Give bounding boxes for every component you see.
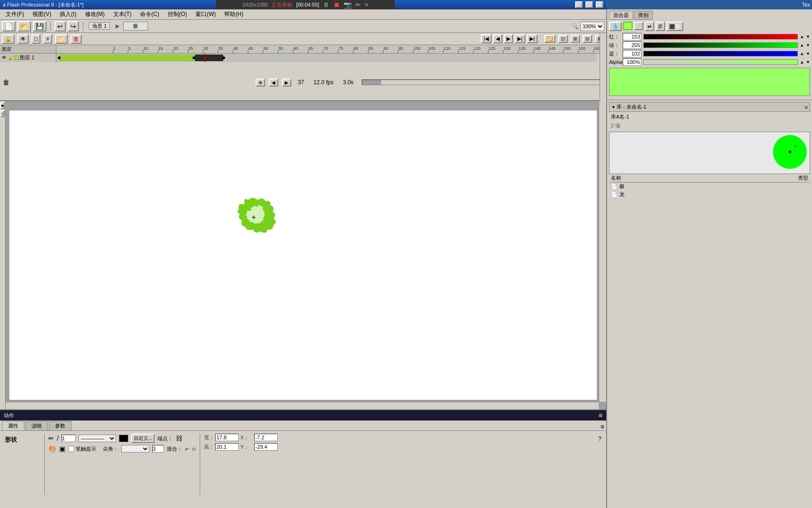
green-scroll-up[interactable]: ▲ (800, 43, 804, 48)
green-slider[interactable] (643, 42, 798, 48)
tab-filters[interactable]: 滤镜 (25, 421, 48, 430)
green-scroll-dn[interactable]: ▼ (806, 43, 810, 48)
fill-type-select[interactable] (121, 445, 149, 452)
layer-visibility-icon[interactable]: 👁 (2, 55, 7, 60)
eyedropper-icon[interactable]: 💧 (609, 22, 622, 31)
library-options-icon[interactable]: ≡ (805, 104, 808, 110)
edit-multiple-frames-button[interactable]: ⊟ (583, 35, 592, 43)
x-input[interactable] (254, 434, 278, 441)
default-colors-icon[interactable]: ⬛⬜ (666, 22, 683, 31)
onion-fwd-button[interactable]: ▶ (282, 79, 291, 87)
menu-view[interactable]: 视图(V) (29, 9, 55, 19)
onion-skin-button[interactable]: ⊡ (558, 35, 568, 43)
alpha-scroll-up[interactable]: ▲ (800, 60, 804, 64)
height-input[interactable] (215, 443, 239, 451)
panel-options-icon[interactable]: ≡ (599, 412, 602, 419)
onion-skin-outline-button[interactable]: ⊞ (570, 35, 580, 43)
open-button[interactable]: 📂 (17, 21, 31, 32)
blue-scroll-up[interactable]: ▲ (800, 51, 804, 56)
scene-button[interactable]: 场景 1 (89, 22, 110, 30)
menu-control[interactable]: 控制(O) (164, 9, 191, 19)
center-frame-button[interactable]: ⊕ (256, 79, 265, 87)
save-button[interactable]: 💾 (33, 21, 47, 32)
arrow-tool[interactable]: ▶ (0, 102, 5, 109)
alpha-slider[interactable] (643, 59, 798, 65)
undo-button[interactable]: ↩ (55, 21, 66, 32)
stage[interactable] (9, 111, 597, 400)
timeline-scroll[interactable] (362, 79, 601, 85)
blue-scroll-dn[interactable]: ▼ (806, 51, 810, 56)
step-forward-button[interactable]: ▶| (515, 34, 525, 43)
lock-layer-icon[interactable]: 🔒 (2, 34, 15, 44)
stroke-style-select[interactable]: ————— (78, 435, 116, 442)
no-color-icon[interactable]: Ø (656, 22, 665, 31)
new-button[interactable]: 📄 (2, 21, 16, 32)
add-layer-icon[interactable]: 🗑 (3, 79, 9, 86)
tab-mixer[interactable]: 混合器 (609, 11, 633, 20)
tab-properties[interactable]: 属性 (2, 421, 24, 430)
custom-stroke-button[interactable]: 自定义... (131, 434, 155, 443)
panel-collapse-icon[interactable]: ≡ (601, 423, 604, 430)
stroke-color-tool[interactable] (634, 22, 643, 30)
show-layer-icon[interactable]: 👁 (17, 34, 29, 44)
fill-color-tool[interactable] (623, 22, 632, 30)
menu-help[interactable]: 帮助(H) (220, 9, 247, 19)
width-input[interactable] (215, 434, 239, 441)
library-collapse-icon[interactable]: ▼ (611, 105, 616, 110)
layer-frames[interactable] (56, 54, 606, 62)
play-button[interactable]: ▶ (504, 34, 513, 43)
redo-button[interactable]: ↪ (68, 21, 79, 32)
go-to-end-button[interactable]: ▶| (527, 34, 538, 43)
pause-icon[interactable]: ⏸ (323, 1, 329, 8)
layer-outline-icon[interactable] (14, 56, 19, 60)
list-item[interactable]: 📄 极 (609, 183, 810, 190)
canvas-vscroll[interactable] (599, 101, 606, 402)
red-scroll-up[interactable]: ▲ (800, 34, 804, 39)
step-back-button[interactable]: ◀ (493, 34, 502, 43)
canvas-hscroll[interactable] (0, 402, 599, 409)
help-icon[interactable]: ? (596, 434, 603, 495)
y-input[interactable] (254, 443, 278, 451)
outline-layer-icon[interactable]: □ (31, 34, 40, 44)
tip-value-input[interactable] (152, 445, 164, 452)
menu-file[interactable]: 文件(F) (2, 9, 28, 19)
menu-command[interactable]: 命令(C) (136, 9, 163, 19)
menu-insert[interactable]: 插入(I) (56, 9, 80, 19)
go-to-start-button[interactable]: |◀ (481, 34, 492, 43)
stroke-color-swatch[interactable] (119, 435, 128, 442)
delete-layer-button[interactable]: 🗑 (70, 34, 82, 44)
add-layer-button[interactable]: + (43, 34, 52, 44)
list-item[interactable]: 📄 龙 (609, 190, 810, 198)
subselect-tool[interactable]: ▷ (0, 110, 5, 117)
blue-input[interactable] (623, 50, 641, 57)
add-folder-button[interactable]: 📁 (55, 34, 68, 44)
blue-slider[interactable] (643, 51, 798, 56)
tab-params[interactable]: 参数 (49, 421, 71, 430)
alpha-input[interactable] (623, 58, 641, 66)
layer-lock-icon[interactable]: 🔒 (8, 55, 13, 60)
alpha-scroll-dn[interactable]: ▼ (806, 60, 810, 64)
minimize-button[interactable]: − (575, 1, 583, 8)
red-scroll-dn[interactable]: ▼ (806, 34, 810, 39)
onion-back-button[interactable]: ◀ (269, 79, 278, 87)
canvas-area[interactable] (0, 101, 606, 409)
stroke-hint-checkbox[interactable] (68, 446, 74, 452)
zoom-select[interactable]: 100% 50% 200% (580, 22, 604, 31)
timeline-vscroll[interactable] (600, 33, 606, 101)
green-blob-shape[interactable] (235, 198, 277, 237)
menu-window[interactable]: 窗口(W) (192, 9, 219, 19)
edit-icon[interactable]: ✏ (355, 1, 361, 8)
stop-icon[interactable]: ⏹ (333, 1, 340, 8)
red-slider[interactable] (643, 34, 798, 40)
swap-colors-icon[interactable]: ⇄ (645, 22, 654, 31)
close-recording-icon[interactable]: × (365, 1, 368, 8)
close-button[interactable]: × (596, 1, 603, 8)
tab-category[interactable]: 类别 (634, 11, 653, 20)
red-input[interactable] (623, 33, 641, 40)
camera-icon[interactable]: 📷 (344, 1, 351, 8)
loop-button[interactable]: 🔁 (544, 35, 555, 43)
menu-modify[interactable]: 修改(M) (81, 9, 109, 19)
stroke-width-input[interactable] (62, 435, 76, 442)
maximize-button[interactable]: □ (586, 1, 593, 8)
menu-text[interactable]: 文本(T) (109, 9, 135, 19)
